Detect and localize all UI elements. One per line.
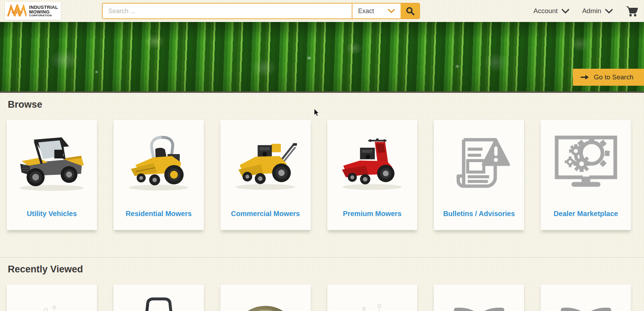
utility-vehicle-photo bbox=[15, 130, 88, 197]
category-card-label: Bulletins / Advisories bbox=[436, 210, 522, 218]
logo-wordmark: INDUSTRIAL MOWING CORPORATION bbox=[29, 5, 58, 17]
category-card-residential-mowers[interactable]: Residential Mowers bbox=[113, 119, 204, 230]
category-card-utility-vehicles[interactable]: Utility Vehicles bbox=[6, 119, 97, 230]
premium-stand-on-mower-photo bbox=[337, 130, 408, 197]
category-card-label: Utility Vehicles bbox=[9, 210, 95, 218]
company-logo[interactable]: INDUSTRIAL MOWING CORPORATION bbox=[5, 2, 61, 20]
recently-viewed-title: Recently Viewed bbox=[8, 264, 631, 275]
product-image bbox=[114, 120, 204, 210]
account-menu[interactable]: Account bbox=[533, 7, 569, 15]
recently-viewed-item[interactable] bbox=[113, 284, 204, 311]
product-image bbox=[327, 284, 418, 311]
magnifier-icon bbox=[406, 6, 415, 16]
category-card-dealer-marketplace[interactable]: Dealer Marketplace bbox=[540, 119, 631, 230]
recently-viewed-item[interactable] bbox=[433, 284, 524, 311]
monitor-with-gears-icon bbox=[551, 130, 621, 197]
recently-viewed-item[interactable] bbox=[540, 284, 631, 311]
product-image bbox=[220, 284, 311, 311]
recently-viewed-item[interactable] bbox=[327, 284, 418, 311]
search-match-mode-select[interactable]: Exact bbox=[352, 4, 401, 18]
walk-behind-mower-photo bbox=[123, 293, 194, 311]
double-m-logo-icon bbox=[7, 3, 27, 19]
chevron-down-icon bbox=[605, 9, 613, 13]
parts-line-diagram bbox=[337, 293, 408, 311]
hero-banner: Go to Search bbox=[0, 22, 644, 93]
header-nav: Account Admin bbox=[533, 5, 644, 17]
search-match-mode-value: Exact bbox=[358, 7, 374, 15]
category-card-label: Commercial Mowers bbox=[223, 210, 309, 218]
logo-line-3: CORPORATION bbox=[29, 14, 58, 17]
product-image bbox=[434, 120, 524, 210]
category-card-commercial-mowers[interactable]: Commercial Mowers bbox=[220, 119, 311, 230]
category-card-label: Residential Mowers bbox=[116, 210, 202, 218]
logo-line-1: INDUSTRIAL bbox=[29, 5, 58, 10]
account-menu-label: Account bbox=[533, 7, 558, 15]
arrow-right-icon bbox=[581, 74, 589, 80]
recently-viewed-cards-row bbox=[6, 284, 631, 311]
admin-menu[interactable]: Admin bbox=[582, 7, 613, 15]
residential-zero-turn-mower-photo bbox=[123, 130, 194, 197]
recently-viewed-item[interactable] bbox=[6, 284, 97, 311]
product-image bbox=[220, 120, 311, 210]
chevron-down-icon bbox=[388, 9, 395, 13]
browse-cards-row: Utility Vehicles bbox=[6, 119, 631, 230]
product-image bbox=[327, 120, 418, 210]
recently-viewed-item[interactable] bbox=[220, 284, 311, 311]
commercial-walk-behind-mower-photo bbox=[230, 130, 301, 197]
cart-icon[interactable] bbox=[626, 5, 638, 17]
product-image bbox=[114, 284, 204, 311]
product-image bbox=[541, 284, 631, 311]
open-book-icon bbox=[551, 293, 621, 311]
category-card-label: Premium Mowers bbox=[329, 210, 415, 218]
go-to-search-label: Go to Search bbox=[594, 73, 633, 81]
product-image bbox=[7, 120, 97, 210]
search-input[interactable] bbox=[103, 4, 352, 18]
logo-line-2: MOWING bbox=[29, 10, 58, 14]
grass-hero-image bbox=[0, 22, 644, 91]
product-image bbox=[541, 120, 631, 210]
browse-title: Browse bbox=[8, 99, 631, 110]
admin-menu-label: Admin bbox=[582, 7, 601, 15]
parts-line-diagram bbox=[16, 293, 87, 311]
bulletin-warning-document-icon bbox=[445, 130, 513, 197]
category-card-bulletins-advisories[interactable]: Bulletins / Advisories bbox=[433, 119, 524, 230]
search-button[interactable] bbox=[401, 4, 419, 18]
category-card-label: Dealer Marketplace bbox=[543, 210, 629, 218]
product-image bbox=[7, 284, 97, 311]
open-book-icon bbox=[444, 293, 514, 311]
chevron-down-icon bbox=[562, 9, 569, 13]
recently-viewed-section: Recently Viewed bbox=[0, 257, 644, 311]
search-bar: Exact bbox=[102, 3, 420, 19]
category-card-premium-mowers[interactable]: Premium Mowers bbox=[327, 119, 418, 230]
go-to-search-button[interactable]: Go to Search bbox=[573, 69, 644, 86]
metal-pulley-part-photo bbox=[229, 293, 301, 311]
top-header: INDUSTRIAL MOWING CORPORATION Exact Acco… bbox=[0, 0, 644, 22]
browse-section: Browse bbox=[0, 93, 644, 257]
product-image bbox=[434, 284, 524, 311]
